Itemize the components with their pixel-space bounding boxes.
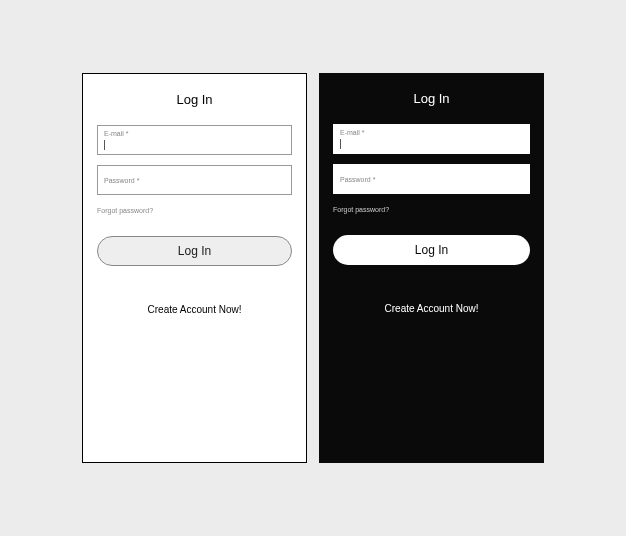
login-panel-light: Log In E-mail * Password * Forgot passwo…	[82, 73, 307, 463]
password-field[interactable]: Password *	[333, 164, 530, 194]
login-button-label: Log In	[178, 244, 211, 258]
create-account-link[interactable]: Create Account Now!	[97, 304, 292, 315]
email-field[interactable]: E-mail *	[333, 124, 530, 154]
login-title: Log In	[97, 92, 292, 107]
text-cursor-icon	[104, 140, 105, 150]
forgot-password-link[interactable]: Forgot password?	[97, 207, 292, 214]
password-label: Password *	[104, 177, 285, 184]
text-cursor-icon	[340, 139, 341, 149]
forgot-password-link[interactable]: Forgot password?	[333, 206, 530, 213]
login-panel-dark: Log In E-mail * Password * Forgot passwo…	[319, 73, 544, 463]
email-field[interactable]: E-mail *	[97, 125, 292, 155]
email-label: E-mail *	[104, 130, 129, 137]
password-label: Password *	[340, 176, 523, 183]
login-button[interactable]: Log In	[333, 235, 530, 265]
create-account-link[interactable]: Create Account Now!	[333, 303, 530, 314]
email-label: E-mail *	[340, 129, 365, 136]
password-field[interactable]: Password *	[97, 165, 292, 195]
login-button-label: Log In	[415, 243, 448, 257]
login-button[interactable]: Log In	[97, 236, 292, 266]
login-title: Log In	[333, 91, 530, 106]
